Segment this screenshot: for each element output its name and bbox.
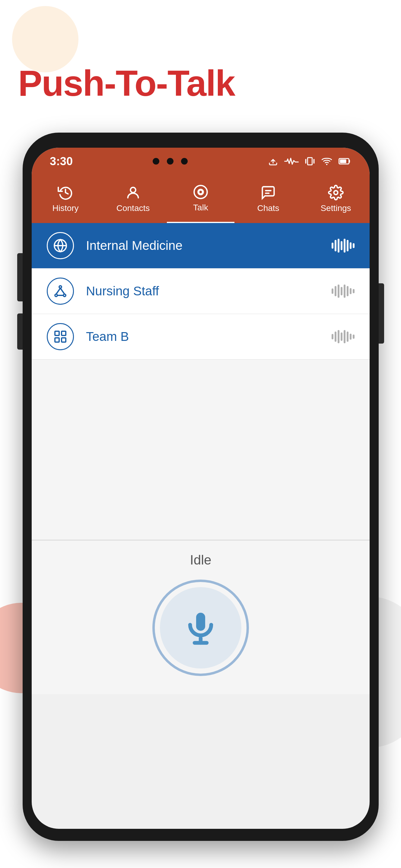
svg-rect-26	[62, 331, 66, 336]
tab-settings[interactable]: Settings	[302, 175, 370, 223]
history-icon	[58, 185, 73, 200]
svg-line-23	[60, 288, 64, 294]
waveform-internal-medicine	[332, 238, 354, 253]
svg-rect-27	[55, 338, 59, 342]
activity-icon	[284, 156, 299, 167]
channel-nursing-staff[interactable]: Nursing Staff	[32, 269, 370, 314]
channel-icon-team-b	[47, 323, 74, 350]
svg-point-2	[181, 158, 188, 164]
phone-shell: 3:30	[23, 133, 379, 841]
ptt-status: Idle	[190, 553, 211, 567]
ptt-button[interactable]	[152, 580, 249, 676]
svg-point-6	[326, 164, 328, 165]
network-icon	[53, 284, 67, 299]
status-icons-group	[268, 156, 351, 167]
channel-team-b[interactable]: Team B	[32, 314, 370, 360]
upload-icon	[268, 156, 279, 167]
power-button[interactable]	[379, 283, 384, 344]
svg-rect-29	[196, 613, 205, 631]
ptt-area: Idle	[32, 540, 370, 694]
tab-talk-label: Talk	[193, 203, 208, 213]
volume-up-button[interactable]	[17, 253, 23, 301]
channel-name-team-b: Team B	[86, 330, 319, 344]
tab-chats[interactable]: Chats	[234, 175, 302, 223]
svg-point-10	[130, 187, 136, 193]
svg-point-19	[59, 286, 62, 288]
notch-area	[153, 158, 188, 164]
svg-point-0	[153, 158, 159, 164]
volume-down-button[interactable]	[17, 313, 23, 350]
waveform-team-b	[332, 329, 354, 344]
svg-rect-3	[308, 158, 312, 165]
channel-list: Internal Medicine	[32, 223, 370, 694]
svg-point-21	[63, 294, 66, 297]
chats-icon	[260, 185, 276, 200]
wifi-icon	[321, 156, 333, 167]
tab-chats-label: Chats	[257, 204, 279, 213]
phone-screen: 3:30	[32, 148, 370, 829]
tab-history[interactable]: History	[32, 175, 99, 223]
globe-icon	[53, 239, 67, 253]
status-time: 3:30	[50, 155, 73, 168]
battery-icon	[338, 156, 351, 167]
vibrate-icon	[305, 156, 315, 167]
app-title: Push-To-Talk	[18, 63, 235, 103]
svg-point-20	[55, 294, 57, 297]
channel-name-internal-medicine: Internal Medicine	[86, 239, 319, 253]
contacts-icon	[125, 185, 141, 200]
tab-talk[interactable]: Talk	[167, 175, 234, 223]
svg-point-13	[199, 191, 202, 193]
channel-icon-internal-medicine	[47, 232, 74, 259]
notch-dot-2	[167, 158, 173, 164]
svg-line-22	[56, 288, 60, 294]
svg-point-1	[167, 158, 173, 164]
decorative-circle-top	[12, 6, 79, 72]
waveform-nursing-staff	[332, 284, 354, 299]
microphone-icon	[182, 610, 219, 646]
svg-point-16	[334, 191, 338, 195]
empty-content-area	[32, 360, 370, 540]
grid-icon	[53, 330, 67, 344]
tab-contacts[interactable]: Contacts	[99, 175, 167, 223]
channel-name-nursing-staff: Nursing Staff	[86, 284, 319, 299]
settings-icon	[328, 185, 344, 200]
svg-rect-8	[340, 159, 346, 163]
svg-rect-28	[62, 338, 66, 342]
channel-internal-medicine[interactable]: Internal Medicine	[32, 223, 370, 269]
nav-tabs: History Contacts Talk	[32, 175, 370, 223]
status-bar: 3:30	[32, 148, 370, 175]
phone-device: 3:30	[23, 133, 379, 841]
notch-dot-3	[181, 158, 188, 164]
tab-settings-label: Settings	[320, 204, 351, 213]
tab-contacts-label: Contacts	[116, 204, 150, 213]
notch-dot-1	[153, 158, 159, 164]
ptt-button-inner	[160, 587, 241, 669]
svg-rect-25	[55, 331, 59, 336]
talk-icon	[193, 184, 208, 200]
tab-history-label: History	[52, 204, 79, 213]
channel-icon-nursing-staff	[47, 278, 74, 305]
